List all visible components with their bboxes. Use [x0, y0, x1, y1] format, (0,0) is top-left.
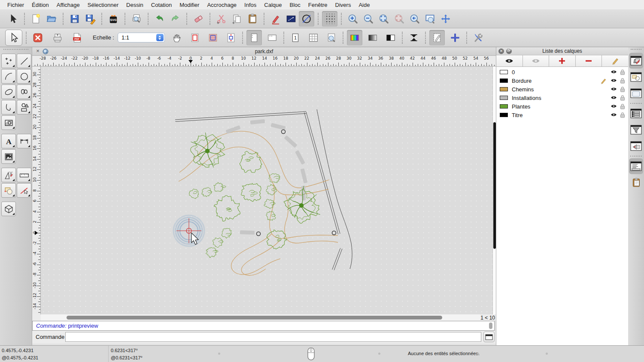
menu-edition[interactable]: Édition	[28, 2, 53, 8]
menu-dessin[interactable]: Dessin	[122, 2, 147, 8]
layer-lock-toggle[interactable]	[620, 95, 625, 102]
menu-calque[interactable]: Calque	[260, 2, 286, 8]
horizontal-scrollbar[interactable]	[41, 314, 480, 321]
menu-cotation[interactable]: Cotation	[147, 2, 176, 8]
edit-layer-button[interactable]	[602, 55, 628, 66]
ellipse-tool[interactable]	[1, 84, 16, 99]
dock-property-editor-button[interactable]	[629, 138, 643, 154]
dock-clipboard-button[interactable]	[629, 175, 643, 190]
black-white-button[interactable]	[383, 30, 398, 45]
circle-slash-button[interactable]	[299, 11, 314, 27]
circle-tool[interactable]	[17, 69, 31, 84]
drawing-canvas[interactable]	[41, 66, 492, 314]
cut-button[interactable]	[214, 11, 229, 27]
line-tool[interactable]	[17, 54, 31, 68]
paper-border-button[interactable]	[187, 30, 203, 45]
menu-divers[interactable]: Divers	[331, 2, 355, 8]
spline-tool[interactable]	[17, 84, 31, 99]
layer-color-swatch[interactable]	[500, 87, 508, 91]
layer-lock-toggle[interactable]	[620, 69, 625, 76]
new-document-button[interactable]	[28, 11, 44, 27]
add-layer-button[interactable]	[549, 55, 576, 66]
landscape-button[interactable]	[264, 30, 280, 45]
dock-layer-list-button[interactable]	[629, 53, 643, 69]
layer-lock-toggle[interactable]	[620, 103, 625, 111]
zoom-selection-button[interactable]	[392, 11, 407, 27]
fit-paper-button[interactable]	[223, 30, 239, 45]
layer-visibility-toggle[interactable]	[611, 112, 617, 118]
move-paper-button[interactable]	[169, 30, 185, 45]
layer-visibility-toggle[interactable]	[611, 69, 617, 75]
zoom-out-button[interactable]	[361, 11, 376, 27]
pointer-tool-button[interactable]	[5, 11, 21, 27]
line-box-button[interactable]	[283, 11, 299, 27]
dock-selection-filter-button[interactable]	[629, 122, 643, 138]
grid-toggle-button[interactable]	[322, 11, 337, 27]
layer-row[interactable]: Titre	[496, 111, 628, 119]
undo-button[interactable]	[152, 11, 167, 27]
layer-visibility-toggle[interactable]	[611, 78, 617, 84]
order-tool[interactable]	[1, 183, 16, 198]
remove-layer-button[interactable]	[576, 55, 602, 66]
dock-drag-handle[interactable]	[631, 49, 641, 50]
solid-tool[interactable]	[1, 202, 16, 216]
layer-color-swatch[interactable]	[500, 104, 508, 109]
draft-mode-button[interactable]	[429, 30, 445, 45]
vertical-scrollbar[interactable]	[492, 66, 496, 314]
center-paper-button[interactable]	[406, 30, 422, 45]
hatch-tool[interactable]	[1, 115, 16, 130]
arc-tool[interactable]	[1, 69, 16, 84]
show-all-layers-button[interactable]	[496, 55, 523, 66]
stepper-icon[interactable]	[156, 34, 164, 41]
point-tool[interactable]	[1, 54, 16, 68]
save-as-button[interactable]	[82, 11, 98, 27]
menu-bloc[interactable]: Bloc	[286, 2, 304, 8]
layer-lock-toggle[interactable]	[620, 78, 625, 85]
command-popout-button[interactable]	[483, 332, 495, 342]
layer-row[interactable]: Bordure	[496, 76, 628, 85]
menu-fenetre[interactable]: Fenêtre	[304, 2, 331, 8]
cad-tools-tool[interactable]	[1, 168, 16, 182]
multi-page-button[interactable]	[306, 30, 321, 45]
pointer-select-button[interactable]	[5, 30, 22, 46]
layer-row[interactable]: Chemins	[496, 85, 628, 94]
close-print-preview-button[interactable]	[30, 30, 46, 45]
layer-visibility-toggle[interactable]	[611, 103, 617, 110]
zoom-pan-button[interactable]	[438, 11, 453, 27]
dock-library-browser-button[interactable]	[629, 85, 643, 101]
delete-button[interactable]	[191, 11, 206, 27]
dock-command-line-button[interactable]	[629, 158, 643, 174]
shape-tool[interactable]	[17, 100, 31, 115]
paper-tiles-button[interactable]	[205, 30, 221, 45]
menu-accrochage[interactable]: Accrochage	[203, 2, 240, 8]
export-pdf-button[interactable]: PDF	[70, 30, 85, 45]
layer-visibility-toggle[interactable]	[611, 86, 617, 93]
layer-row[interactable]: Installations	[496, 94, 628, 102]
grayscale-button[interactable]	[365, 30, 380, 45]
layer-row[interactable]: Plantes	[496, 102, 628, 111]
history-scrollbar-thumb[interactable]	[489, 323, 492, 329]
dock-entity-list-button[interactable]	[629, 106, 643, 121]
menu-modifier[interactable]: Modifier	[176, 2, 203, 8]
layer-color-swatch[interactable]	[500, 78, 508, 83]
command-input[interactable]	[65, 332, 481, 342]
menu-aide[interactable]: Aide	[355, 2, 374, 8]
menu-infos[interactable]: Infos	[240, 2, 260, 8]
draw-pen-button[interactable]	[268, 11, 283, 27]
layer-color-swatch[interactable]	[500, 70, 508, 74]
zoom-auto-button[interactable]	[376, 11, 392, 27]
modify-tool[interactable]	[17, 183, 31, 198]
single-page-button[interactable]: 1	[288, 30, 303, 45]
layer-color-swatch[interactable]	[500, 113, 508, 117]
polyline-tool[interactable]	[1, 100, 16, 115]
dock-block-list-button[interactable]	[629, 69, 643, 85]
text-tool[interactable]: A	[1, 134, 16, 148]
zoom-page-button[interactable]	[324, 30, 339, 45]
menu-fichier[interactable]: Fichier	[3, 2, 28, 8]
panel-close-icon[interactable]: ✕	[498, 48, 504, 54]
redo-button[interactable]	[167, 11, 183, 27]
export-svg-button[interactable]: SVG	[106, 11, 121, 27]
panel-float-icon[interactable]	[506, 48, 512, 54]
full-color-button[interactable]	[347, 30, 362, 45]
palette-drag-handle[interactable]	[3, 49, 28, 50]
